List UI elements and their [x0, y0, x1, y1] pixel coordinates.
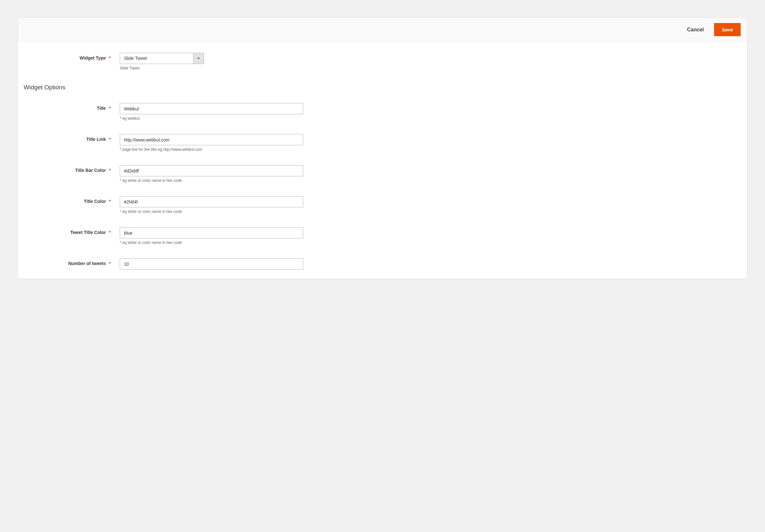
title-input[interactable]	[120, 103, 303, 114]
title-link-label: Title Link *	[24, 134, 120, 152]
title-bar-color-label: Title Bar Color *	[24, 165, 120, 183]
title-hint: * eg webkul	[120, 116, 303, 121]
title-link-row: Title Link * * page link for the title e…	[24, 134, 741, 152]
title-label: Title *	[24, 103, 120, 121]
label-text: Title Bar Color	[75, 168, 106, 173]
caret-down-icon	[197, 58, 200, 59]
title-bar-color-control: * eg white or color name in hex code	[120, 165, 303, 183]
label-text: Tweet Title Color	[70, 230, 106, 235]
action-bar: Cancel Save	[18, 18, 747, 42]
label-text: Widget Type	[80, 55, 106, 61]
widget-type-label: Widget Type *	[24, 53, 120, 70]
title-row: Title * * eg webkul	[24, 103, 741, 121]
required-mark: *	[109, 137, 111, 142]
tweet-title-color-row: Tweet Title Color * * eg white or color …	[24, 227, 741, 245]
widget-type-row: Widget Type * Slide Tweet Slide Tweet	[24, 53, 741, 70]
widget-type-toggle[interactable]	[193, 53, 204, 64]
required-mark: *	[109, 230, 111, 235]
tweet-title-color-hint: * eg white or color name in hex code	[120, 241, 303, 245]
required-mark: *	[109, 55, 111, 61]
required-mark: *	[109, 199, 111, 204]
save-button[interactable]: Save	[714, 23, 741, 36]
admin-panel: Cancel Save Widget Type * Slide Tweet Sl…	[18, 18, 747, 279]
cancel-button[interactable]: Cancel	[686, 24, 705, 35]
number-of-tweets-control	[120, 258, 303, 269]
tweet-title-color-input[interactable]	[120, 227, 303, 239]
number-of-tweets-label: Number of tweets *	[24, 258, 120, 269]
title-color-control: * eg white or color name in hex code	[120, 196, 303, 214]
title-color-label: Title Color *	[24, 196, 120, 214]
label-text: Title Link	[86, 137, 106, 142]
label-text: Number of tweets	[68, 261, 106, 266]
title-control: * eg webkul	[120, 103, 303, 121]
title-bar-color-input[interactable]	[120, 165, 303, 176]
required-mark: *	[109, 168, 111, 173]
title-bar-color-row: Title Bar Color * * eg white or color na…	[24, 165, 741, 183]
title-link-control: * page link for the title eg http://www.…	[120, 134, 303, 152]
label-text: Title	[97, 106, 106, 111]
label-text: Title Color	[84, 199, 106, 204]
title-bar-color-hint: * eg white or color name in hex code	[120, 178, 303, 183]
widget-type-value: Slide Tweet	[120, 53, 193, 64]
form-content: Widget Type * Slide Tweet Slide Tweet Wi…	[18, 42, 747, 269]
title-link-hint: * page link for the title eg http://www.…	[120, 147, 303, 152]
title-color-row: Title Color * * eg white or color name i…	[24, 196, 741, 214]
widget-type-select[interactable]: Slide Tweet	[120, 53, 204, 64]
number-of-tweets-input[interactable]	[120, 258, 303, 269]
widget-type-control: Slide Tweet Slide Tweet	[120, 53, 204, 70]
widget-type-hint: Slide Tweet	[120, 66, 204, 70]
title-color-input[interactable]	[120, 196, 303, 208]
title-color-hint: * eg white or color name in hex code	[120, 209, 303, 214]
tweet-title-color-control: * eg white or color name in hex code	[120, 227, 303, 245]
title-link-input[interactable]	[120, 134, 303, 145]
widget-options-heading: Widget Options	[24, 84, 741, 91]
required-mark: *	[109, 261, 111, 266]
number-of-tweets-row: Number of tweets *	[24, 258, 741, 269]
tweet-title-color-label: Tweet Title Color *	[24, 227, 120, 245]
required-mark: *	[109, 106, 111, 111]
